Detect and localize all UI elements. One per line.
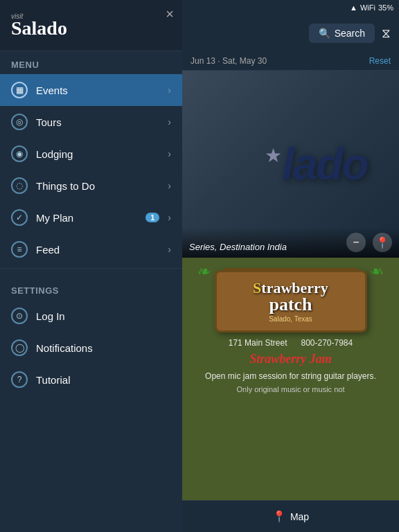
status-right: ▲ WiFi 35% bbox=[350, 3, 393, 12]
event-note: Only original music or music not bbox=[237, 385, 345, 393]
event-description: Open mic jam session for string guitar p… bbox=[205, 371, 376, 382]
sidebar-item-lodging[interactable]: ◉ Lodging › bbox=[0, 138, 182, 170]
star-icon: ★ bbox=[265, 143, 282, 166]
tutorial-label: Tutorial bbox=[36, 374, 171, 386]
sidebar-item-notifications[interactable]: ◯ Notifications bbox=[0, 332, 182, 364]
events-chevron-icon: › bbox=[168, 85, 171, 96]
strawberry-location: Salado, Texas bbox=[269, 315, 312, 323]
sidebar-item-my-plan[interactable]: ✓ My Plan 1 › bbox=[0, 202, 182, 233]
battery-text: 35% bbox=[378, 3, 393, 12]
zoom-out-button[interactable]: − bbox=[346, 233, 366, 252]
feed-label: Feed bbox=[36, 244, 159, 256]
my-plan-icon: ✓ bbox=[11, 209, 28, 226]
logo-visit-text: visit bbox=[11, 12, 23, 20]
tours-label: Tours bbox=[36, 116, 159, 128]
search-button[interactable]: 🔍 Search bbox=[309, 24, 375, 43]
sidebar-item-things-to-do[interactable]: ◌ Things to Do › bbox=[0, 170, 182, 202]
image-overlay: Series, Destination India − 📍 bbox=[182, 227, 399, 258]
my-plan-badge: 1 bbox=[145, 213, 159, 222]
sidebar: visit Salado × Menu ▦ Events › ◎ Tours ›… bbox=[0, 0, 182, 532]
events-label: Events bbox=[36, 85, 159, 96]
map-label: Map bbox=[290, 511, 309, 522]
strawberry-card[interactable]: ❧ ❧ Strawberry patch Salado, Texas 171 M… bbox=[182, 258, 399, 500]
things-to-do-icon: ◌ bbox=[11, 177, 28, 194]
tours-chevron-icon: › bbox=[168, 116, 171, 127]
logo-salado-text: Salado bbox=[11, 17, 67, 39]
settings-heading: Settings bbox=[0, 277, 182, 300]
feed-icon: ≡ bbox=[11, 241, 28, 258]
date-bar: Jun 13 · Sat, May 30 Reset bbox=[182, 51, 399, 71]
close-sidebar-button[interactable]: × bbox=[166, 7, 174, 21]
things-to-do-label: Things to Do bbox=[36, 180, 159, 192]
lado-text: lado bbox=[282, 139, 368, 190]
sidebar-item-tutorial[interactable]: ? Tutorial bbox=[0, 364, 182, 396]
tours-icon: ◎ bbox=[11, 114, 28, 130]
things-to-do-chevron-icon: › bbox=[168, 180, 171, 191]
address-text: 171 Main Street bbox=[229, 338, 287, 348]
notifications-label: Notifications bbox=[36, 342, 171, 354]
location-button[interactable]: 📍 bbox=[373, 233, 392, 252]
map-bar[interactable]: 📍 Map bbox=[182, 500, 399, 532]
search-label: Search bbox=[335, 28, 365, 39]
reset-button[interactable]: Reset bbox=[369, 56, 391, 66]
phone-text: 800-270-7984 bbox=[301, 338, 353, 348]
image-controls: − 📍 bbox=[346, 233, 392, 252]
strawberry-sign: Strawberry patch Salado, Texas bbox=[215, 270, 367, 332]
sidebar-item-tours[interactable]: ◎ Tours › bbox=[0, 106, 182, 138]
filter-icon[interactable]: ⧖ bbox=[382, 26, 391, 41]
menu-heading: Menu bbox=[0, 51, 182, 74]
feed-chevron-icon: › bbox=[168, 244, 171, 255]
destination-title: Series, Destination India bbox=[189, 242, 287, 252]
map-pin-icon: 📍 bbox=[272, 510, 286, 523]
app-logo: visit Salado bbox=[11, 12, 67, 39]
sign-top-bar bbox=[224, 268, 358, 272]
address-line: 171 Main Street 800-270-7984 bbox=[229, 338, 353, 348]
event-title: Strawberry Jam bbox=[249, 352, 332, 366]
lodging-label: Lodging bbox=[36, 148, 159, 160]
wifi-icon: WiFi bbox=[360, 3, 375, 12]
sidebar-item-feed[interactable]: ≡ Feed › bbox=[0, 233, 182, 265]
sidebar-divider bbox=[0, 268, 182, 269]
sidebar-item-log-in[interactable]: ⊙ Log In bbox=[0, 300, 182, 332]
search-bar: 🔍 Search ⧖ bbox=[182, 15, 399, 51]
search-icon: 🔍 bbox=[319, 28, 330, 39]
my-plan-chevron-icon: › bbox=[168, 212, 171, 223]
sidebar-header: visit Salado × bbox=[0, 0, 182, 51]
date-range-text: Jun 13 · Sat, May 30 bbox=[190, 56, 267, 66]
strawberry-title: Strawberry bbox=[253, 281, 328, 296]
tutorial-icon: ? bbox=[11, 371, 28, 388]
lodging-icon: ◉ bbox=[11, 145, 28, 162]
log-in-icon: ⊙ bbox=[11, 308, 28, 324]
events-icon: ▦ bbox=[11, 82, 28, 98]
signal-icon: ▲ bbox=[350, 3, 357, 12]
notifications-icon: ◯ bbox=[11, 339, 28, 356]
my-plan-label: My Plan bbox=[36, 212, 137, 224]
strawberry-patch-label: patch bbox=[269, 296, 312, 314]
log-in-label: Log In bbox=[36, 310, 171, 322]
sidebar-item-events[interactable]: ▦ Events › bbox=[0, 74, 182, 106]
lodging-chevron-icon: › bbox=[168, 148, 171, 159]
top-image-area: lado ★ Series, Destination India − 📍 bbox=[182, 71, 399, 258]
